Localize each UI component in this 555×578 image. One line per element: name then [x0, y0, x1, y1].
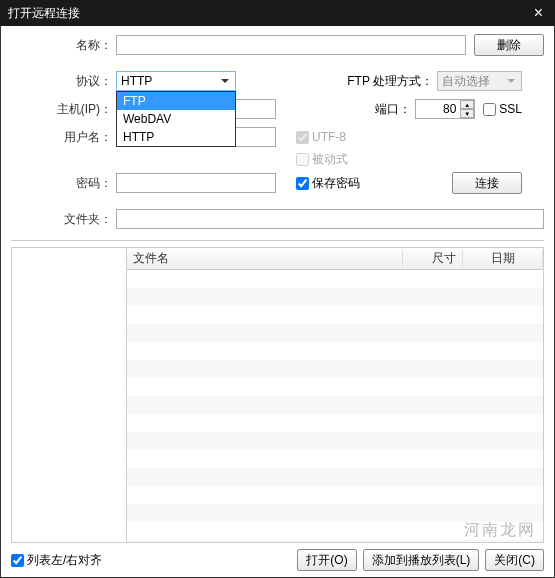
protocol-option-http[interactable]: HTTP	[117, 128, 235, 146]
open-button[interactable]: 打开(O)	[297, 549, 356, 571]
protocol-label: 协议：	[11, 73, 116, 90]
username-label: 用户名：	[11, 129, 116, 146]
add-playlist-button[interactable]: 添加到播放列表(L)	[363, 549, 480, 571]
bottom-bar: 列表左/右对齐 打开(O) 添加到播放列表(L) 关闭(C)	[11, 543, 544, 571]
dialog-content: 名称： 删除 协议： HTTP FTP WebDAV HTTP FTP 处理方式…	[0, 26, 555, 578]
window-title: 打开远程连接	[8, 5, 80, 22]
protocol-option-ftp[interactable]: FTP	[117, 92, 235, 110]
protocol-select[interactable]: HTTP FTP WebDAV HTTP	[116, 71, 236, 91]
passive-checkbox	[296, 153, 309, 166]
chevron-down-icon	[217, 74, 233, 88]
table-body[interactable]	[127, 270, 543, 542]
port-spinner[interactable]: ▲▼	[460, 100, 474, 118]
file-panel: 文件名 尺寸 日期	[126, 247, 544, 543]
protocol-value: HTTP	[121, 74, 152, 88]
list-area: 文件名 尺寸 日期	[11, 247, 544, 543]
col-date[interactable]: 日期	[463, 250, 543, 267]
passive-checkbox-wrap: 被动式	[296, 151, 348, 168]
name-input[interactable]	[116, 35, 466, 55]
password-input[interactable]	[116, 173, 276, 193]
titlebar: 打开远程连接 ×	[0, 0, 555, 26]
connect-button[interactable]: 连接	[452, 172, 522, 194]
ftp-mode-value: 自动选择	[442, 73, 490, 90]
name-label: 名称：	[11, 37, 116, 54]
save-password-label: 保存密码	[312, 175, 360, 192]
table-header: 文件名 尺寸 日期	[127, 248, 543, 270]
protocol-dropdown: FTP WebDAV HTTP	[116, 91, 236, 147]
utf8-checkbox	[296, 131, 309, 144]
col-filename[interactable]: 文件名	[127, 250, 403, 267]
ssl-checkbox-wrap[interactable]: SSL	[483, 102, 522, 116]
utf8-label: UTF-8	[312, 130, 346, 144]
port-label: 端口：	[315, 101, 415, 118]
tree-panel[interactable]	[11, 247, 126, 543]
form-area: 名称： 删除 协议： HTTP FTP WebDAV HTTP FTP 处理方式…	[11, 34, 544, 241]
align-checkbox-wrap[interactable]: 列表左/右对齐	[11, 552, 102, 569]
protocol-option-webdav[interactable]: WebDAV	[117, 110, 235, 128]
col-size[interactable]: 尺寸	[403, 250, 463, 267]
ssl-label: SSL	[499, 102, 522, 116]
password-label: 密码：	[11, 175, 116, 192]
ssl-checkbox[interactable]	[483, 103, 496, 116]
delete-button[interactable]: 删除	[474, 34, 544, 56]
save-password-checkbox[interactable]	[296, 177, 309, 190]
close-icon[interactable]: ×	[530, 4, 547, 22]
close-button[interactable]: 关闭(C)	[485, 549, 544, 571]
host-label: 主机(IP)：	[11, 101, 116, 118]
ftp-mode-select: 自动选择	[437, 71, 522, 91]
align-label: 列表左/右对齐	[27, 552, 102, 569]
folder-input[interactable]	[116, 209, 544, 229]
folder-label: 文件夹：	[11, 211, 116, 228]
align-checkbox[interactable]	[11, 554, 24, 567]
ftp-mode-label: FTP 处理方式：	[337, 73, 437, 90]
chevron-down-icon	[503, 74, 519, 88]
utf8-checkbox-wrap: UTF-8	[296, 130, 346, 144]
save-password-checkbox-wrap[interactable]: 保存密码	[296, 175, 360, 192]
passive-label: 被动式	[312, 151, 348, 168]
